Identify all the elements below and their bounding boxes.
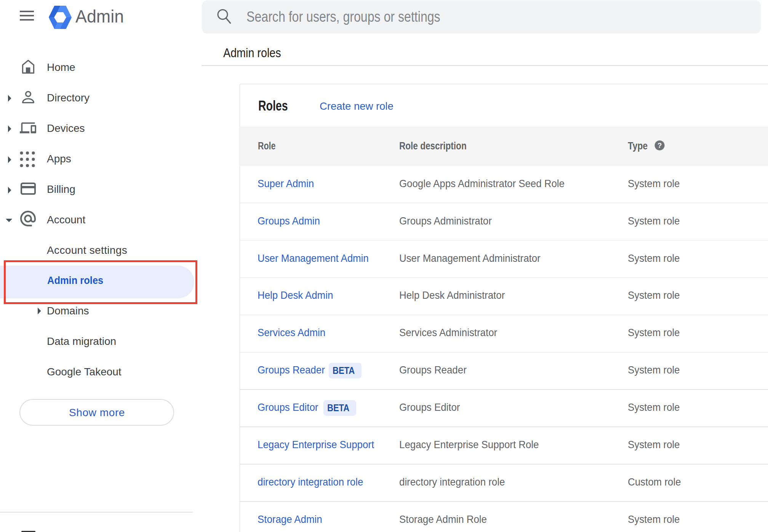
svg-text:?: ?	[658, 141, 662, 149]
